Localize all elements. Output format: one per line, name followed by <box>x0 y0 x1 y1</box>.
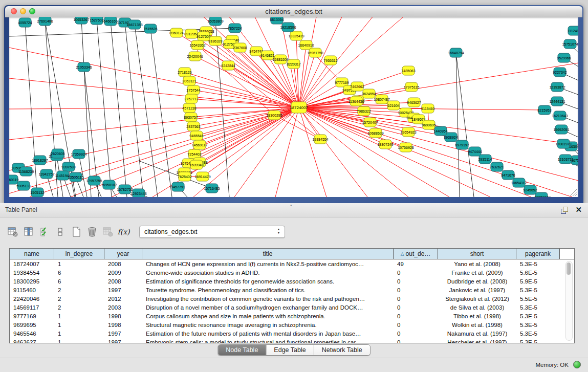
column-header-pagerank[interactable]: pagerank <box>516 249 560 259</box>
tab-edge-table[interactable]: Edge Table <box>266 345 313 355</box>
graph-node[interactable]: 10756928 <box>398 143 413 152</box>
graph-node[interactable]: 15751074 <box>562 39 578 49</box>
graph-node[interactable]: 7955312 <box>323 56 337 65</box>
graph-node[interactable]: 2752712 <box>184 94 198 103</box>
minimize-traffic-button[interactable] <box>20 8 26 14</box>
table-row[interactable]: 1938455462009Genome-wide association stu… <box>10 268 574 277</box>
graph-node[interactable]: 7254402 <box>187 149 201 159</box>
network-window-titlebar[interactable]: citations_edges.txt <box>5 6 582 17</box>
column-header-year[interactable]: year <box>104 249 142 259</box>
graph-node[interactable]: 7857224 <box>228 24 242 33</box>
graph-node[interactable]: 7515526 <box>143 24 157 33</box>
table-import-disabled-icon[interactable] <box>101 225 114 238</box>
graph-node[interactable]: 1757544 <box>186 85 200 95</box>
graph-node[interactable]: 7632621 <box>490 162 504 171</box>
column-header-name[interactable]: name <box>10 249 54 259</box>
graph-node[interactable]: 9474444 <box>468 147 482 156</box>
graph-node[interactable]: 16914479 <box>194 172 210 181</box>
trash-icon[interactable] <box>85 225 98 238</box>
graph-node[interactable]: 8220317 <box>287 59 300 69</box>
graph-node[interactable]: 18807249 <box>377 140 393 149</box>
table-row[interactable]: 2242004622012Investigating the contribut… <box>10 294 574 303</box>
graph-node[interactable]: 1112415 <box>568 26 578 35</box>
graph-node[interactable]: 19218506 <box>280 23 296 32</box>
graph-node[interactable]: 2086021 <box>534 192 548 197</box>
float-window-icon[interactable] <box>561 207 568 213</box>
tab-node-table[interactable]: Node Table <box>218 345 266 355</box>
graph-node[interactable]: 1505132 <box>30 188 44 197</box>
graph-node[interactable]: 2718126 <box>178 68 191 77</box>
graph-node[interactable]: 7462662 <box>350 82 364 91</box>
graph-node[interactable]: 13325419 <box>288 31 304 40</box>
graph-node[interactable]: 18918297 <box>32 156 48 165</box>
graph-node[interactable]: 9245652 <box>523 185 537 194</box>
graph-node[interactable]: 8215953 <box>537 105 551 115</box>
graph-node[interactable]: 9115460 <box>421 104 435 113</box>
graph-node[interactable]: 9529966 <box>557 53 571 62</box>
row-height-icon[interactable] <box>54 225 67 238</box>
graph-node[interactable]: 13505115 <box>68 172 84 182</box>
graph-node-hub[interactable]: 18724007 <box>290 102 308 113</box>
table-row[interactable]: 946554611997Estimation of the future num… <box>10 329 574 338</box>
graph-node[interactable]: 9160119 <box>9 175 18 184</box>
graph-node[interactable]: 22420046 <box>187 52 203 61</box>
graph-node[interactable]: 10654112 <box>511 178 527 187</box>
graph-node[interactable]: 1527602 <box>90 17 103 25</box>
graph-node[interactable]: 13942757 <box>38 169 54 179</box>
graph-node[interactable]: 16648794 <box>448 48 464 57</box>
graph-node[interactable]: 12444131 <box>549 97 565 106</box>
graph-node[interactable]: 16210643 <box>552 111 568 120</box>
close-traffic-button[interactable] <box>11 8 17 14</box>
vertical-scrollbar[interactable] <box>565 261 573 341</box>
table-row[interactable]: 911546021997Tourette syndrome. Phenomeno… <box>10 286 574 294</box>
select-all-checks-icon[interactable] <box>38 225 51 238</box>
graph-node[interactable]: 9457791 <box>171 182 185 191</box>
network-canvas[interactable]: 8960124891295418226058912750516543362818… <box>9 17 578 197</box>
graph-node[interactable]: 15716485 <box>204 184 220 193</box>
table-selector-dropdown[interactable]: citations_edges.txt ▲▼ <box>139 226 285 238</box>
graph-node[interactable]: 8813054 <box>270 17 284 24</box>
graph-node[interactable]: 16958107 <box>101 180 117 189</box>
column-header-in_degree[interactable]: in_degree <box>54 249 104 259</box>
graph-node[interactable]: 11364436 <box>349 97 364 106</box>
graph-node[interactable]: 6466160 <box>103 17 117 26</box>
close-icon[interactable]: ✕ <box>575 205 582 214</box>
graph-node[interactable]: 10653267 <box>73 17 89 24</box>
graph-node[interactable]: 18300295 <box>266 111 282 120</box>
graph-node[interactable]: 12923448 <box>130 189 146 197</box>
graph-node[interactable]: 9465546 <box>189 131 203 140</box>
graph-node[interactable]: 4055724 <box>18 18 32 27</box>
graph-node[interactable]: 7485063 <box>401 66 415 75</box>
graph-node[interactable]: 12393872 <box>549 82 565 92</box>
graph-node[interactable]: 2367608 <box>233 43 247 52</box>
graph-node[interactable]: 16543362 <box>189 40 205 50</box>
column-header-title[interactable]: title <box>142 249 394 259</box>
table-row[interactable]: 1830029562008Estimation of significance … <box>10 277 574 286</box>
column-header-out_de[interactable]: △out_de… <box>394 249 438 259</box>
memory-status-indicator[interactable] <box>573 361 581 368</box>
graph-node[interactable]: 5905133 <box>16 181 30 190</box>
graph-node[interactable]: 9227342 <box>553 68 567 77</box>
graph-node[interactable]: 16961758 <box>307 48 323 57</box>
graph-node[interactable]: 1440954 <box>433 126 447 136</box>
graph-node[interactable]: 2063121 <box>182 76 196 85</box>
table-row[interactable]: 1456911722003Disruption of a novel membe… <box>10 303 574 312</box>
graph-node[interactable]: 2620605 <box>51 149 64 158</box>
table-row[interactable]: 1872400712008Changes of HCN gene express… <box>10 259 574 268</box>
table-row[interactable]: 977716911998Corpus callosum shape and si… <box>10 312 574 320</box>
column-header-short[interactable]: short <box>438 249 516 259</box>
graph-node[interactable]: 17957255 <box>86 176 102 185</box>
tab-network-table[interactable]: Network Table <box>314 345 370 355</box>
graph-node[interactable]: 17975115 <box>404 82 420 92</box>
graph-node[interactable]: 2935114 <box>478 155 492 164</box>
graph-node[interactable]: 27691406 <box>37 17 53 26</box>
table-settings-icon[interactable] <box>6 225 19 238</box>
graph-node[interactable]: 621604 <box>387 101 400 110</box>
graph-node[interactable]: 12103711 <box>558 155 574 164</box>
graph-node[interactable]: 8186328 <box>208 36 222 46</box>
graph-node[interactable]: 9242844 <box>221 61 235 70</box>
graph-node[interactable]: 2837563 <box>186 122 200 131</box>
graph-node[interactable]: 17359924 <box>71 149 86 159</box>
new-document-icon[interactable] <box>70 225 82 238</box>
graph-node[interactable]: 16671358 <box>126 20 142 29</box>
